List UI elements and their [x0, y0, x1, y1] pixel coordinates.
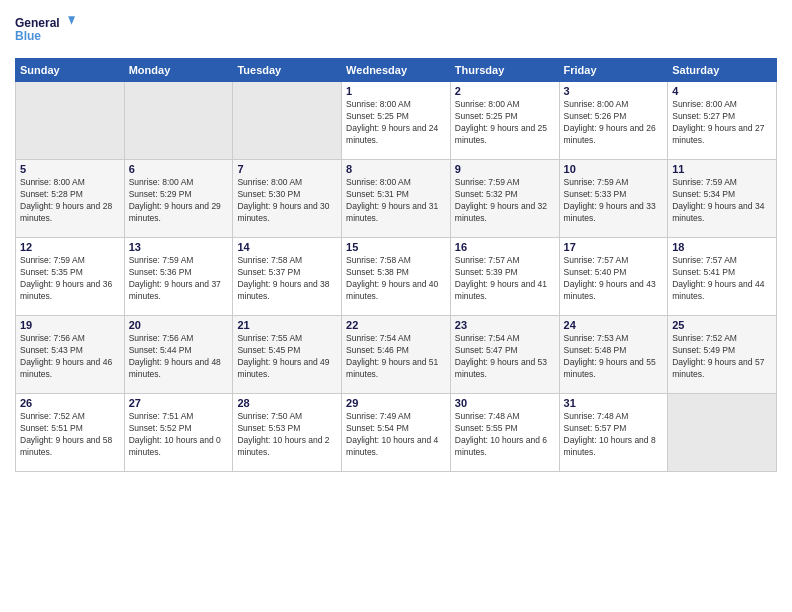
- day-number: 20: [129, 319, 229, 331]
- day-number: 6: [129, 163, 229, 175]
- day-cell: 3Sunrise: 8:00 AMSunset: 5:26 PMDaylight…: [559, 82, 668, 160]
- day-number: 15: [346, 241, 446, 253]
- day-number: 12: [20, 241, 120, 253]
- day-number: 10: [564, 163, 664, 175]
- day-info: Sunrise: 8:00 AMSunset: 5:31 PMDaylight:…: [346, 177, 446, 225]
- day-number: 11: [672, 163, 772, 175]
- day-info: Sunrise: 8:00 AMSunset: 5:28 PMDaylight:…: [20, 177, 120, 225]
- day-info: Sunrise: 7:59 AMSunset: 5:34 PMDaylight:…: [672, 177, 772, 225]
- calendar-container: General Blue SundayMondayTuesdayWednesda…: [0, 0, 792, 612]
- day-cell: [124, 82, 233, 160]
- day-cell: 15Sunrise: 7:58 AMSunset: 5:38 PMDayligh…: [342, 238, 451, 316]
- day-number: 21: [237, 319, 337, 331]
- day-info: Sunrise: 7:56 AMSunset: 5:43 PMDaylight:…: [20, 333, 120, 381]
- day-number: 5: [20, 163, 120, 175]
- weekday-header: Friday: [559, 59, 668, 82]
- day-number: 22: [346, 319, 446, 331]
- day-cell: 29Sunrise: 7:49 AMSunset: 5:54 PMDayligh…: [342, 394, 451, 472]
- day-number: 13: [129, 241, 229, 253]
- day-info: Sunrise: 7:59 AMSunset: 5:35 PMDaylight:…: [20, 255, 120, 303]
- day-cell: 14Sunrise: 7:58 AMSunset: 5:37 PMDayligh…: [233, 238, 342, 316]
- day-info: Sunrise: 7:57 AMSunset: 5:41 PMDaylight:…: [672, 255, 772, 303]
- day-number: 1: [346, 85, 446, 97]
- day-cell: 2Sunrise: 8:00 AMSunset: 5:25 PMDaylight…: [450, 82, 559, 160]
- day-number: 17: [564, 241, 664, 253]
- week-row: 26Sunrise: 7:52 AMSunset: 5:51 PMDayligh…: [16, 394, 777, 472]
- header: General Blue: [15, 10, 777, 50]
- day-number: 23: [455, 319, 555, 331]
- day-cell: 10Sunrise: 7:59 AMSunset: 5:33 PMDayligh…: [559, 160, 668, 238]
- day-info: Sunrise: 7:48 AMSunset: 5:55 PMDaylight:…: [455, 411, 555, 459]
- svg-text:General: General: [15, 16, 60, 30]
- day-number: 27: [129, 397, 229, 409]
- day-info: Sunrise: 7:57 AMSunset: 5:39 PMDaylight:…: [455, 255, 555, 303]
- day-cell: 17Sunrise: 7:57 AMSunset: 5:40 PMDayligh…: [559, 238, 668, 316]
- day-cell: 8Sunrise: 8:00 AMSunset: 5:31 PMDaylight…: [342, 160, 451, 238]
- day-cell: 16Sunrise: 7:57 AMSunset: 5:39 PMDayligh…: [450, 238, 559, 316]
- day-info: Sunrise: 8:00 AMSunset: 5:27 PMDaylight:…: [672, 99, 772, 147]
- calendar-table: SundayMondayTuesdayWednesdayThursdayFrid…: [15, 58, 777, 472]
- day-info: Sunrise: 7:59 AMSunset: 5:33 PMDaylight:…: [564, 177, 664, 225]
- day-info: Sunrise: 7:59 AMSunset: 5:32 PMDaylight:…: [455, 177, 555, 225]
- day-cell: 6Sunrise: 8:00 AMSunset: 5:29 PMDaylight…: [124, 160, 233, 238]
- day-cell: 28Sunrise: 7:50 AMSunset: 5:53 PMDayligh…: [233, 394, 342, 472]
- day-info: Sunrise: 7:54 AMSunset: 5:46 PMDaylight:…: [346, 333, 446, 381]
- day-number: 24: [564, 319, 664, 331]
- day-number: 28: [237, 397, 337, 409]
- logo: General Blue: [15, 10, 75, 50]
- weekday-header: Saturday: [668, 59, 777, 82]
- day-number: 25: [672, 319, 772, 331]
- day-info: Sunrise: 7:52 AMSunset: 5:51 PMDaylight:…: [20, 411, 120, 459]
- day-cell: 18Sunrise: 7:57 AMSunset: 5:41 PMDayligh…: [668, 238, 777, 316]
- day-cell: [233, 82, 342, 160]
- day-number: 2: [455, 85, 555, 97]
- day-number: 30: [455, 397, 555, 409]
- day-cell: 22Sunrise: 7:54 AMSunset: 5:46 PMDayligh…: [342, 316, 451, 394]
- day-cell: 13Sunrise: 7:59 AMSunset: 5:36 PMDayligh…: [124, 238, 233, 316]
- day-number: 4: [672, 85, 772, 97]
- day-cell: 12Sunrise: 7:59 AMSunset: 5:35 PMDayligh…: [16, 238, 125, 316]
- weekday-header: Wednesday: [342, 59, 451, 82]
- svg-marker-2: [68, 16, 75, 25]
- day-number: 26: [20, 397, 120, 409]
- day-cell: 7Sunrise: 8:00 AMSunset: 5:30 PMDaylight…: [233, 160, 342, 238]
- day-cell: 26Sunrise: 7:52 AMSunset: 5:51 PMDayligh…: [16, 394, 125, 472]
- day-info: Sunrise: 7:53 AMSunset: 5:48 PMDaylight:…: [564, 333, 664, 381]
- day-cell: 24Sunrise: 7:53 AMSunset: 5:48 PMDayligh…: [559, 316, 668, 394]
- day-info: Sunrise: 7:55 AMSunset: 5:45 PMDaylight:…: [237, 333, 337, 381]
- day-number: 31: [564, 397, 664, 409]
- weekday-header: Sunday: [16, 59, 125, 82]
- day-number: 18: [672, 241, 772, 253]
- day-info: Sunrise: 8:00 AMSunset: 5:30 PMDaylight:…: [237, 177, 337, 225]
- day-info: Sunrise: 7:54 AMSunset: 5:47 PMDaylight:…: [455, 333, 555, 381]
- day-cell: [668, 394, 777, 472]
- day-cell: 30Sunrise: 7:48 AMSunset: 5:55 PMDayligh…: [450, 394, 559, 472]
- svg-text:Blue: Blue: [15, 29, 41, 43]
- day-number: 7: [237, 163, 337, 175]
- day-info: Sunrise: 7:57 AMSunset: 5:40 PMDaylight:…: [564, 255, 664, 303]
- day-info: Sunrise: 7:56 AMSunset: 5:44 PMDaylight:…: [129, 333, 229, 381]
- day-number: 8: [346, 163, 446, 175]
- day-cell: 4Sunrise: 8:00 AMSunset: 5:27 PMDaylight…: [668, 82, 777, 160]
- week-row: 19Sunrise: 7:56 AMSunset: 5:43 PMDayligh…: [16, 316, 777, 394]
- day-info: Sunrise: 8:00 AMSunset: 5:29 PMDaylight:…: [129, 177, 229, 225]
- day-info: Sunrise: 8:00 AMSunset: 5:25 PMDaylight:…: [455, 99, 555, 147]
- weekday-header: Tuesday: [233, 59, 342, 82]
- day-number: 14: [237, 241, 337, 253]
- day-info: Sunrise: 7:52 AMSunset: 5:49 PMDaylight:…: [672, 333, 772, 381]
- day-cell: [16, 82, 125, 160]
- day-info: Sunrise: 7:48 AMSunset: 5:57 PMDaylight:…: [564, 411, 664, 459]
- day-number: 19: [20, 319, 120, 331]
- day-number: 29: [346, 397, 446, 409]
- day-number: 9: [455, 163, 555, 175]
- day-info: Sunrise: 8:00 AMSunset: 5:25 PMDaylight:…: [346, 99, 446, 147]
- weekday-header: Thursday: [450, 59, 559, 82]
- day-info: Sunrise: 8:00 AMSunset: 5:26 PMDaylight:…: [564, 99, 664, 147]
- day-info: Sunrise: 7:59 AMSunset: 5:36 PMDaylight:…: [129, 255, 229, 303]
- day-number: 3: [564, 85, 664, 97]
- week-row: 5Sunrise: 8:00 AMSunset: 5:28 PMDaylight…: [16, 160, 777, 238]
- week-row: 12Sunrise: 7:59 AMSunset: 5:35 PMDayligh…: [16, 238, 777, 316]
- day-cell: 9Sunrise: 7:59 AMSunset: 5:32 PMDaylight…: [450, 160, 559, 238]
- day-cell: 31Sunrise: 7:48 AMSunset: 5:57 PMDayligh…: [559, 394, 668, 472]
- week-row: 1Sunrise: 8:00 AMSunset: 5:25 PMDaylight…: [16, 82, 777, 160]
